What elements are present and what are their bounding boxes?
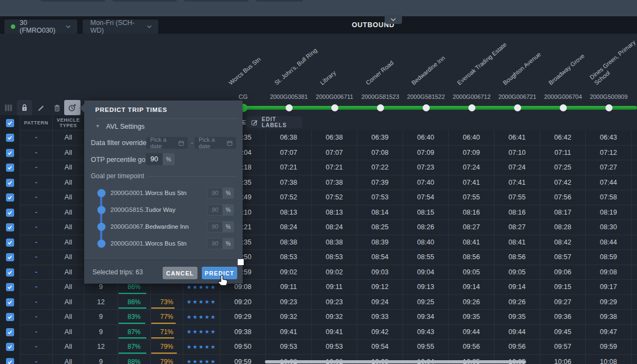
- row-checkbox[interactable]: [6, 134, 14, 142]
- trip-time-cell[interactable]: 08:38: [266, 235, 312, 250]
- trip-time-cell[interactable]: 09:53: [312, 340, 357, 355]
- trip-time-cell[interactable]: 07:24: [449, 160, 494, 175]
- row-checkbox[interactable]: [6, 239, 14, 247]
- trip-time-cell[interactable]: 09:11: [312, 280, 357, 295]
- predict-trip-times-button[interactable]: [64, 100, 81, 115]
- timeline-stop-dot[interactable]: [423, 104, 430, 111]
- trip-time-cell[interactable]: 09:41: [312, 325, 357, 340]
- trip-time-cell[interactable]: 07:41: [494, 175, 540, 191]
- predict-button[interactable]: PREDICT: [202, 267, 237, 279]
- trip-time-cell[interactable]: 08:13: [266, 205, 312, 221]
- trip-time-cell[interactable]: 09:23: [266, 295, 312, 310]
- trip-time-cell[interactable]: 09:03: [357, 265, 403, 280]
- trip-time-cell[interactable]: 09:57: [540, 340, 586, 355]
- row-checkbox[interactable]: [6, 149, 14, 157]
- row-checkbox[interactable]: [6, 313, 14, 321]
- trip-time-cell[interactable]: 07:39: [357, 175, 403, 191]
- trip-time-cell[interactable]: 08:42: [540, 235, 586, 250]
- trip-time-cell[interactable]: 06:40: [403, 130, 449, 146]
- trip-time-cell[interactable]: 09:34: [403, 310, 449, 325]
- trip-time-cell[interactable]: 09:25: [403, 295, 449, 310]
- trip-time-cell[interactable]: 08:56: [449, 250, 494, 265]
- trip-time-cell[interactable]: 09:04: [403, 265, 449, 280]
- trip-time-cell[interactable]: 08:16: [449, 205, 494, 221]
- trip-time-cell[interactable]: 09:17: [586, 280, 632, 295]
- trip-time-cell[interactable]: 07:44: [586, 175, 632, 191]
- row-checkbox[interactable]: [6, 328, 14, 336]
- trip-time-cell[interactable]: 08:27: [449, 220, 494, 235]
- trip-time-cell[interactable]: 08:25: [357, 220, 403, 235]
- row-checkbox[interactable]: [6, 179, 14, 187]
- timeline-stop-dot[interactable]: [514, 104, 521, 111]
- trip-time-cell[interactable]: 07:55: [449, 190, 494, 205]
- trip-time-cell[interactable]: 06:41: [494, 130, 540, 146]
- trip-time-cell[interactable]: 08:40: [403, 235, 449, 250]
- trip-time-cell[interactable]: 08:28: [540, 220, 586, 235]
- trip-time-cell[interactable]: 08:39: [357, 235, 403, 250]
- cancel-button[interactable]: CANCEL: [163, 267, 197, 279]
- trip-time-cell[interactable]: 09:32: [266, 310, 312, 325]
- trip-time-cell[interactable]: 09:56: [449, 340, 494, 355]
- trip-time-cell[interactable]: 09:11: [266, 280, 312, 295]
- row-checkbox[interactable]: [6, 253, 14, 261]
- trip-time-cell[interactable]: 08:41: [494, 235, 540, 250]
- trip-time-cell[interactable]: 08:27: [494, 220, 540, 235]
- trip-time-cell[interactable]: 07:55: [494, 190, 540, 205]
- trip-time-cell[interactable]: 09:08: [586, 265, 632, 280]
- trip-time-cell[interactable]: 07:21: [266, 160, 312, 175]
- trip-time-cell[interactable]: 08:15: [403, 205, 449, 221]
- trip-time-cell[interactable]: 09:43: [403, 325, 449, 340]
- trip-time-cell[interactable]: 09:35: [449, 310, 494, 325]
- trip-time-cell[interactable]: 07:22: [357, 160, 403, 175]
- timepoint-goal-input[interactable]: 90: [207, 238, 222, 249]
- trip-time-cell[interactable]: 06:39: [357, 130, 403, 146]
- schedule-dropdown[interactable]: Mon-Fri (SCH-WD): [83, 20, 158, 34]
- timepoint-goal-input[interactable]: 90: [207, 187, 222, 199]
- trip-time-cell[interactable]: 08:59: [586, 250, 632, 265]
- trip-time-cell[interactable]: 08:24: [312, 220, 357, 235]
- trip-time-cell[interactable]: 08:56: [494, 250, 540, 265]
- trip-time-cell[interactable]: 10:06: [540, 355, 586, 364]
- trip-time-cell[interactable]: 09:35: [494, 310, 540, 325]
- trip-time-cell[interactable]: 09:38: [220, 325, 266, 340]
- avl-settings-section-label[interactable]: AVL Settings: [106, 123, 145, 130]
- trip-time-cell[interactable]: 08:44: [586, 235, 632, 250]
- trip-time-cell[interactable]: 09:53: [266, 340, 312, 355]
- timeline-stop-dot[interactable]: [331, 104, 338, 111]
- trip-time-cell[interactable]: 08:13: [312, 205, 357, 221]
- trip-time-cell[interactable]: 08:19: [586, 205, 632, 221]
- trip-time-cell[interactable]: 09:14: [494, 280, 540, 295]
- trip-time-cell[interactable]: 09:50: [220, 340, 266, 355]
- trip-time-cell[interactable]: 09:26: [494, 295, 540, 310]
- horizontal-scrollbar[interactable]: [265, 360, 526, 363]
- trip-time-cell[interactable]: 09:12: [357, 280, 403, 295]
- trip-time-cell[interactable]: 07:09: [403, 146, 449, 161]
- row-checkbox[interactable]: [6, 268, 14, 277]
- trip-time-cell[interactable]: 07:07: [312, 146, 357, 161]
- trip-time-cell[interactable]: 08:54: [357, 250, 403, 265]
- trip-time-cell[interactable]: 09:47: [586, 325, 632, 340]
- trip-time-cell[interactable]: 09:59: [220, 355, 266, 364]
- trip-time-cell[interactable]: 07:40: [403, 175, 449, 191]
- timeline-stop-dot[interactable]: [468, 104, 475, 111]
- collapse-header-button[interactable]: [385, 15, 402, 24]
- trip-time-cell[interactable]: 07:38: [266, 175, 312, 191]
- trip-time-cell[interactable]: 07:56: [540, 190, 586, 205]
- trip-time-cell[interactable]: 07:53: [357, 190, 403, 205]
- edit-labels-button[interactable]: EDIT LABELS: [246, 116, 302, 128]
- trip-time-cell[interactable]: 06:38: [312, 130, 357, 146]
- timeline-stop-dot[interactable]: [605, 104, 613, 111]
- timeline-stop-dot[interactable]: [286, 104, 293, 111]
- date-from-input[interactable]: Pick a date: [146, 137, 188, 149]
- trip-time-cell[interactable]: 09:44: [494, 325, 540, 340]
- trip-time-cell[interactable]: 08:55: [403, 250, 449, 265]
- trip-time-cell[interactable]: 09:38: [586, 310, 632, 325]
- trip-time-cell[interactable]: 07:08: [357, 146, 403, 161]
- trip-time-cell[interactable]: 09:29: [220, 310, 266, 325]
- row-checkbox[interactable]: [6, 358, 14, 364]
- trip-time-cell[interactable]: 09:32: [312, 310, 357, 325]
- row-checkbox[interactable]: [6, 298, 14, 306]
- timeline-stop-dot[interactable]: [560, 104, 567, 111]
- trip-time-cell[interactable]: 08:16: [494, 205, 540, 221]
- trip-time-cell[interactable]: 06:42: [540, 130, 586, 146]
